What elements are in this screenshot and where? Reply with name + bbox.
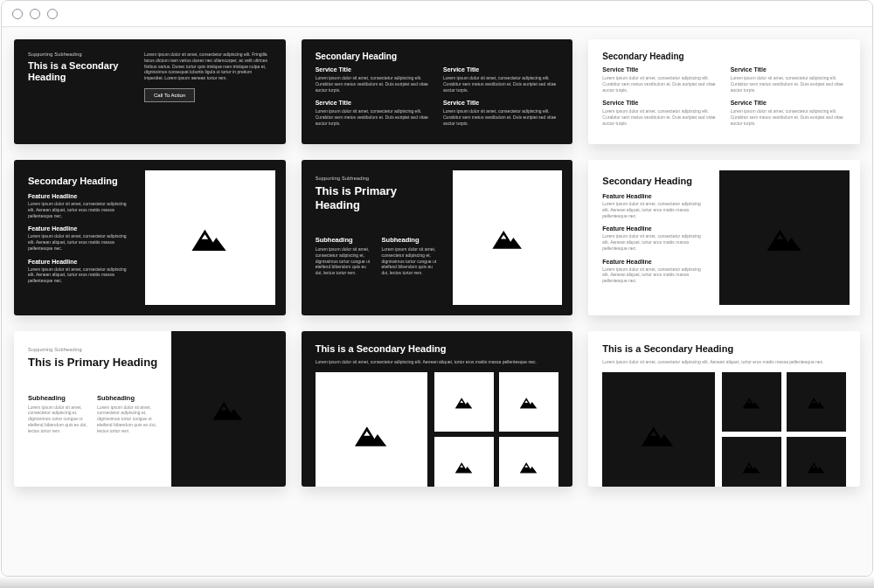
bottom-shadow	[0, 576, 874, 588]
service-block: Service Title Lorem ipsum dolor sit amet…	[602, 100, 718, 126]
feature-text: Lorem ipsum dolor sit amet, consectetur …	[602, 201, 705, 218]
service-title: Service Title	[731, 66, 846, 73]
sub-text: Lorem ipsum dolor sit amet, consectetur …	[382, 246, 440, 276]
template-card-7[interactable]: Supporting Subheading This is Primary He…	[14, 331, 286, 487]
service-title: Service Title	[731, 100, 846, 106]
gallery-image-large	[602, 372, 714, 487]
sub-text: Lorem ipsum dolor sit amet, consectetur …	[316, 246, 373, 276]
mountain-icon	[517, 459, 541, 474]
service-text: Lorem ipsum dolor sit amet, consectetur …	[316, 108, 431, 126]
subheading: Subheading	[382, 236, 440, 244]
subheading: Subheading	[97, 394, 157, 402]
media-placeholder	[171, 331, 285, 487]
media-placeholder	[145, 170, 275, 305]
secondary-heading: This is a Secondary Heading	[316, 343, 559, 354]
service-title: Service Title	[602, 100, 718, 106]
feature-text: Lorem ipsum dolor sit amet, consectetur …	[602, 266, 705, 284]
sub-text: Lorem ipsum dolor sit amet, consectetur …	[97, 405, 157, 434]
template-card-1[interactable]: Supporting Subheading This is a Secondar…	[14, 39, 286, 144]
service-block: Service Title Lorem ipsum dolor sit amet…	[731, 100, 846, 126]
mountain-icon	[804, 459, 829, 474]
subheading: Subheading	[28, 394, 88, 402]
template-card-3[interactable]: Secondary Heading Service Title Lorem ip…	[588, 39, 860, 144]
feature-text: Lorem ipsum dolor sit amet, consectetur …	[28, 201, 131, 218]
mountain-icon	[487, 225, 529, 251]
window-minimize-dot[interactable]	[30, 9, 40, 19]
browser-window: Supporting Subheading This is a Secondar…	[1, 0, 873, 577]
template-gallery: Supporting Subheading This is a Secondar…	[2, 27, 872, 576]
gallery-image-large	[316, 372, 427, 487]
secondary-heading: Secondary Heading	[316, 52, 559, 61]
mountain-icon	[739, 394, 764, 410]
secondary-heading: Secondary Heading	[602, 176, 705, 186]
image-gallery	[302, 372, 573, 487]
feature-text: Lorem ipsum dolor sit amet, consectetur …	[28, 266, 131, 284]
mountain-icon	[349, 420, 394, 448]
feature-headline: Feature Headline	[28, 225, 131, 232]
gallery-image-small	[787, 372, 846, 432]
body-text: Lorem ipsum dolor sit amet, consectetur …	[144, 52, 272, 81]
feature-headline: Feature Headline	[28, 259, 131, 265]
mountain-icon	[739, 459, 764, 474]
supporting-subheading: Supporting Subheading	[28, 52, 130, 57]
mountain-icon	[804, 394, 829, 410]
window-titlebar	[2, 1, 872, 27]
mountain-icon	[760, 223, 809, 252]
body-text: Lorem ipsum dolor sit amet, consectetur …	[602, 359, 846, 365]
media-placeholder	[719, 170, 850, 305]
cta-button[interactable]: Call To Action	[144, 88, 195, 102]
image-gallery	[588, 372, 860, 487]
mountain-icon	[517, 394, 541, 410]
service-text: Lorem ipsum dolor sit amet, consectetur …	[443, 75, 558, 93]
service-title: Service Title	[602, 66, 718, 73]
service-title: Service Title	[316, 66, 431, 73]
template-card-8[interactable]: This is a Secondary Heading Lorem ipsum …	[302, 331, 573, 487]
media-placeholder	[453, 170, 562, 305]
mountain-icon	[452, 394, 476, 410]
window-close-dot[interactable]	[12, 9, 23, 19]
service-block: Service Title Lorem ipsum dolor sit amet…	[443, 66, 558, 93]
feature-headline: Feature Headline	[602, 259, 705, 265]
service-text: Lorem ipsum dolor sit amet, consectetur …	[602, 108, 718, 126]
service-block: Service Title Lorem ipsum dolor sit amet…	[316, 100, 431, 126]
feature-headline: Feature Headline	[602, 225, 705, 232]
sub-text: Lorem ipsum dolor sit amet, consectetur …	[28, 405, 88, 434]
primary-heading: This is Primary Heading	[28, 356, 157, 370]
body-text: Lorem ipsum dolor sit amet, consectetur …	[316, 359, 559, 365]
secondary-heading: This is a Secondary Heading	[28, 60, 130, 83]
feature-text: Lorem ipsum dolor sit amet, consectetur …	[602, 233, 705, 251]
secondary-heading: Secondary Heading	[602, 52, 846, 61]
mountain-icon	[185, 223, 234, 252]
service-block: Service Title Lorem ipsum dolor sit amet…	[316, 66, 431, 93]
gallery-image-small	[787, 437, 846, 487]
mountain-icon	[635, 420, 681, 448]
gallery-image-small	[499, 372, 558, 432]
template-card-2[interactable]: Secondary Heading Service Title Lorem ip…	[302, 39, 573, 144]
gallery-image-small	[499, 437, 558, 487]
gallery-image-small	[722, 372, 781, 432]
window-zoom-dot[interactable]	[47, 9, 58, 19]
gallery-image-small	[434, 372, 494, 432]
template-card-4[interactable]: Secondary Heading Feature Headline Lorem…	[14, 160, 286, 315]
service-title: Service Title	[443, 100, 558, 106]
feature-text: Lorem ipsum dolor sit amet, consectetur …	[28, 233, 131, 251]
supporting-subheading: Supporting Subheading	[316, 176, 440, 181]
template-card-5[interactable]: Supporting Subheading This is Primary He…	[302, 160, 573, 315]
service-block: Service Title Lorem ipsum dolor sit amet…	[443, 100, 558, 126]
feature-headline: Feature Headline	[602, 193, 705, 199]
service-text: Lorem ipsum dolor sit amet, consectetur …	[316, 75, 431, 93]
primary-heading: This is Primary Heading	[316, 184, 440, 211]
secondary-heading: Secondary Heading	[28, 176, 131, 186]
template-card-9[interactable]: This is a Secondary Heading Lorem ipsum …	[588, 331, 860, 487]
secondary-heading: This is a Secondary Heading	[602, 343, 846, 354]
mountain-icon	[452, 459, 476, 474]
gallery-image-small	[434, 437, 494, 487]
mountain-icon	[207, 396, 249, 422]
subheading: Subheading	[316, 236, 373, 244]
template-card-6[interactable]: Secondary Heading Feature Headline Lorem…	[588, 160, 860, 315]
service-text: Lorem ipsum dolor sit amet, consectetur …	[602, 75, 718, 93]
feature-headline: Feature Headline	[28, 193, 131, 199]
supporting-subheading: Supporting Subheading	[28, 347, 157, 352]
service-block: Service Title Lorem ipsum dolor sit amet…	[602, 66, 718, 93]
service-text: Lorem ipsum dolor sit amet, consectetur …	[731, 75, 846, 93]
